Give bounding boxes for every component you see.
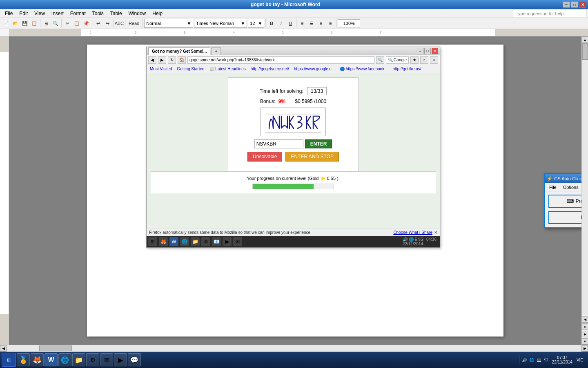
taskbar-icon-messenger[interactable]: ✉ [233,237,242,246]
taskbar-app-icon-ie[interactable]: 🌐 [58,353,71,366]
captcha-text-input[interactable] [254,139,303,148]
font-dropdown[interactable]: Times New Roman ▼ [194,19,247,28]
taskbar-app-icon-2[interactable]: 🦊 [31,353,44,366]
paste-button[interactable]: 📌 [82,19,91,28]
zoom-box[interactable]: 130% [338,19,360,27]
scroll-track[interactable] [582,43,588,315]
browser-maximize-button[interactable]: □ [424,48,431,54]
menu-table[interactable]: Table [107,10,125,17]
bookmark-getlike[interactable]: http://getlike.us/ [391,66,423,72]
browser-home-icon[interactable]: ⌂ [420,56,428,64]
menu-help[interactable]: Help [149,10,166,17]
print-button[interactable]: 🖨 [42,19,51,28]
ac-menu-options[interactable]: Options [561,184,581,191]
bookmark-getting-started[interactable]: Getting Started [175,66,206,72]
scroll-select-browse-button[interactable]: ● [582,323,588,330]
enter-stop-button[interactable]: ENTER AND STOP [285,152,339,162]
undo-button[interactable]: ↩ [94,19,102,28]
browser-tab-new[interactable]: + [211,47,221,55]
spellcheck-button[interactable]: ABC [115,19,124,28]
browser-refresh-button[interactable]: ↻ [168,56,176,64]
menu-view[interactable]: View [31,10,48,17]
taskbar-icon-firefox[interactable]: 🦊 [159,237,168,246]
style-dropdown[interactable]: Normal ▼ [144,19,193,28]
bookmark-most-visited[interactable]: Most Visited [148,66,174,72]
browser-home-button[interactable]: 🏠 [178,56,186,64]
taskbar-app-icon-media[interactable]: ▶ [114,353,127,366]
print-preview-button[interactable]: 🔍 [51,19,60,28]
menu-window[interactable]: Window [125,10,149,17]
browser-status-close-icon[interactable]: ✕ [434,230,437,235]
scroll-prev-page-button[interactable]: ◀ [582,316,588,323]
taskbar-icon-media[interactable]: ▶ [223,237,232,246]
captcha-enter-button[interactable]: ENTER [305,139,332,148]
systray-icon-4[interactable]: 🛡 [543,357,550,363]
menu-tools[interactable]: Tools [89,10,107,17]
vertical-scrollbar[interactable]: ▲ ◀ ● ▶ ▼ [581,36,588,345]
read-button[interactable]: Read [127,19,141,28]
taskbar-icon-mail[interactable]: 📧 [212,237,221,246]
bookmark-gogetsome[interactable]: http://gogetsome.net/ [249,66,291,72]
browser-close-button[interactable]: ✕ [432,48,438,54]
align-right-button[interactable]: ≡ [316,19,325,28]
browser-minimize-button[interactable]: – [417,48,423,54]
maximize-button[interactable]: □ [571,1,578,8]
bold-button[interactable]: B [267,19,276,28]
menu-insert[interactable]: Insert [48,10,67,17]
new-button[interactable]: 📄 [2,19,11,28]
close-button[interactable]: ✕ [579,1,586,8]
taskbar-icon-explorer[interactable]: 📁 [191,237,200,246]
scroll-up-button[interactable]: ▲ [582,36,588,43]
help-search-box[interactable]: Type a question for help [513,9,586,18]
italic-button[interactable]: I [276,19,285,28]
document-canvas[interactable]: Got no money? Get Some!... + – □ ✕ ◀ [9,36,581,345]
taskbar-app-icon-explorer[interactable]: 📁 [72,353,85,366]
menu-edit[interactable]: Edit [16,10,31,17]
minimize-button[interactable]: – [563,1,570,8]
taskbar-icon-windows[interactable]: ⊞ [148,237,157,246]
cut-button[interactable]: ✂ [63,19,72,28]
taskbar-app-icon-messenger[interactable]: 💬 [128,353,141,366]
align-left-button[interactable]: ≡ [298,19,307,28]
taskbar-app-icon-1[interactable]: 🏅 [17,353,30,366]
copy-button[interactable]: 📋 [72,19,81,28]
save-as-button[interactable]: 📋 [30,19,39,28]
taskbar-icon-ie[interactable]: 🌐 [180,237,189,246]
save-button[interactable]: 💾 [20,19,29,28]
taskbar-app-icon-settings[interactable]: ⚙ [86,353,99,366]
taskbar-app-icon-mail[interactable]: ✉ [100,353,113,366]
systray-icon-2[interactable]: 🌐 [528,357,535,363]
bookmark-facebook[interactable]: 🔵 https://www.facebook... [338,66,390,72]
scroll-next-page-button[interactable]: ▶ [582,331,588,337]
choose-share-link[interactable]: Choose What I Share [393,230,432,235]
systray-icon-1[interactable]: 🔊 [521,357,528,363]
horizontal-scrollbar[interactable]: ◀ ▶ [0,345,588,351]
unsolvable-button[interactable]: Unsolvable [247,152,282,162]
browser-tab-active[interactable]: Got no money? Get Some!... [148,47,210,55]
h-scroll-thumb[interactable] [39,346,72,351]
scroll-left-button[interactable]: ◀ [0,345,7,352]
h-scroll-track[interactable] [7,345,581,352]
align-center-button[interactable]: ☰ [307,19,316,28]
ac-menu-file[interactable]: File [547,184,559,191]
menu-format[interactable]: Format [67,10,89,17]
ac-help-button[interactable]: Help >> [548,211,581,224]
open-button[interactable]: 📂 [11,19,20,28]
menu-file[interactable]: File [2,10,16,17]
scroll-down-button[interactable]: ▼ [582,338,588,345]
scroll-right-button[interactable]: ▶ [581,345,588,352]
browser-bookmark-star[interactable]: ★ [410,56,419,64]
underline-button[interactable]: U [286,19,295,28]
browser-forward-button[interactable]: ▶ [158,56,166,64]
bookmark-latest-headlines[interactable]: 📰 Latest Headlines [208,66,247,72]
start-button[interactable]: ⊞ [2,353,16,367]
taskbar-icon-settings[interactable]: ⚙ [201,237,210,246]
browser-search-go-button[interactable]: 🔍 [376,56,384,64]
taskbar-app-icon-word[interactable]: W [45,353,58,366]
browser-back-button[interactable]: ◀ [148,56,156,64]
taskbar-icon-word[interactable]: W [169,237,178,246]
font-size-dropdown[interactable]: 12 ▼ [248,19,264,28]
ac-f8-button[interactable]: ⌨ Press F8 to click [548,195,581,208]
scroll-thumb[interactable] [582,43,588,60]
browser-menu-icon[interactable]: ≡ [430,56,438,64]
